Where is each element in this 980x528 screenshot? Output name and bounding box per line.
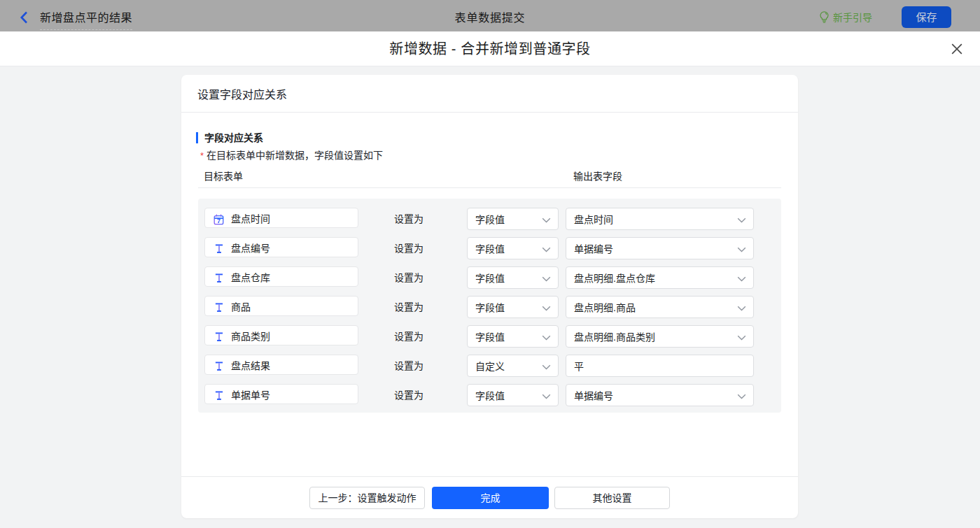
svg-text:7: 7 (217, 217, 220, 224)
